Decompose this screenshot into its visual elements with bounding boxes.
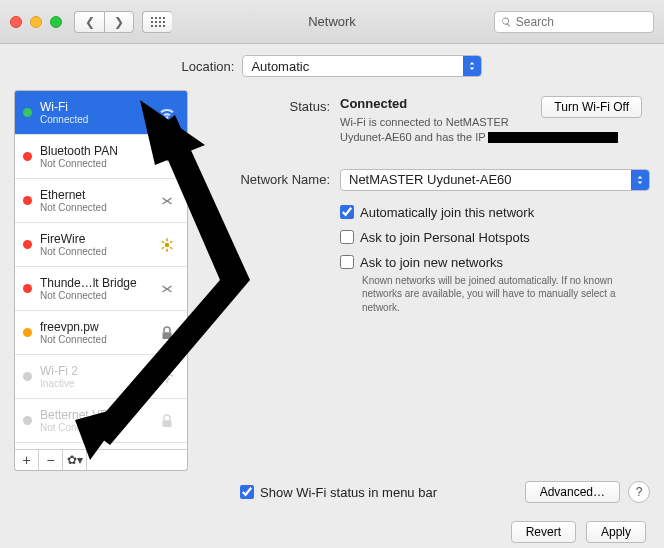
help-button[interactable]: ? [628, 481, 650, 503]
sidebar-item-status: Not Connected [40, 422, 147, 433]
status-description: Wi-Fi is connected to NetMASTER Uydunet-… [340, 115, 620, 145]
sidebar-item-label: Thunde…lt Bridge [40, 276, 147, 290]
titlebar: ❮ ❯ Network [0, 0, 664, 44]
location-row: Location: Automatic [0, 44, 664, 88]
sidebar-item-label: Bluetooth PAN [40, 144, 147, 158]
ethernet-icon [155, 192, 179, 210]
vpn-lock-icon [155, 324, 179, 342]
sidebar-item-label: Betternet VPN [40, 408, 147, 422]
status-dot-icon [23, 108, 32, 117]
sidebar-item-firewire[interactable]: FireWire Not Connected [15, 223, 187, 267]
remove-interface-button[interactable]: − [39, 450, 63, 470]
interface-list: Wi-Fi Connected Bluetooth PAN Not Connec… [14, 90, 188, 450]
network-name-popup[interactable]: NetMASTER Uydunet-AE60 [340, 169, 650, 191]
status-dot-icon [23, 196, 32, 205]
checkbox-label: Ask to join new networks [360, 255, 503, 270]
vpn-lock-icon [155, 412, 179, 430]
wifi-icon [155, 368, 179, 386]
sidebar-item-status: Not Connected [40, 202, 147, 213]
firewire-icon [155, 236, 179, 254]
redacted-block [488, 132, 618, 143]
sidebar-item-status: Inactive [40, 378, 147, 389]
sidebar-wrap: Wi-Fi Connected Bluetooth PAN Not Connec… [14, 88, 188, 471]
svg-rect-2 [163, 420, 172, 427]
wifi-icon [155, 104, 179, 122]
status-value: Connected [340, 96, 407, 111]
sidebar-item-label: FireWire [40, 232, 147, 246]
status-dot-icon [23, 152, 32, 161]
status-dot-icon [23, 328, 32, 337]
sidebar-item-wifi2[interactable]: Wi-Fi 2 Inactive [15, 355, 187, 399]
sidebar-item-wifi[interactable]: Wi-Fi Connected [15, 91, 187, 135]
grid-icon [151, 17, 165, 27]
bottom-row: Show Wi-Fi status in menu bar Advanced… … [0, 481, 664, 503]
sidebar-item-label: Ethernet [40, 188, 147, 202]
close-window-button[interactable] [10, 16, 22, 28]
checkbox-input[interactable] [240, 485, 254, 499]
sidebar-item-thunderbolt[interactable]: Thunde…lt Bridge Not Connected [15, 267, 187, 311]
auto-join-checkbox[interactable]: Automatically join this network [340, 205, 650, 220]
minimize-window-button[interactable] [30, 16, 42, 28]
search-input[interactable] [516, 15, 647, 29]
zoom-window-button[interactable] [50, 16, 62, 28]
checkbox-label: Automatically join this network [360, 205, 534, 220]
thunderbolt-icon [155, 280, 179, 298]
status-label: Status: [200, 96, 340, 114]
ask-new-checkbox[interactable]: Ask to join new networks [340, 255, 650, 270]
svg-rect-1 [163, 332, 172, 339]
content: Wi-Fi Connected Bluetooth PAN Not Connec… [0, 88, 664, 479]
show-menu-checkbox[interactable]: Show Wi-Fi status in menu bar [240, 485, 437, 500]
status-dot-icon [23, 240, 32, 249]
network-name-value: NetMASTER Uydunet-AE60 [349, 172, 512, 187]
checkbox-label: Ask to join Personal Hotspots [360, 230, 530, 245]
detail-panel: Status: Connected Turn Wi-Fi Off Wi-Fi i… [200, 88, 650, 471]
sidebar-item-status: Not Connected [40, 158, 147, 169]
add-interface-button[interactable]: + [15, 450, 39, 470]
sidebar-item-freevpn[interactable]: freevpn.pw Not Connected [15, 311, 187, 355]
checkbox-input[interactable] [340, 230, 354, 244]
checkbox-label: Show Wi-Fi status in menu bar [260, 485, 437, 500]
location-label: Location: [182, 59, 235, 74]
popup-caret-icon [463, 56, 481, 76]
checkbox-input[interactable] [340, 255, 354, 269]
location-popup[interactable]: Automatic [242, 55, 482, 77]
back-button[interactable]: ❮ [74, 11, 104, 33]
search-icon [501, 16, 512, 28]
window-controls [10, 16, 62, 28]
sidebar-item-status: Connected [40, 114, 147, 125]
sidebar-item-status: Not Connected [40, 334, 147, 345]
status-dot-icon [23, 372, 32, 381]
status-dot-icon [23, 416, 32, 425]
sidebar-item-ethernet[interactable]: Ethernet Not Connected [15, 179, 187, 223]
action-row: Revert Apply [0, 503, 664, 543]
checkbox-input[interactable] [340, 205, 354, 219]
sidebar-item-label: Wi-Fi 2 [40, 364, 147, 378]
sidebar-item-status: Not Connected [40, 290, 147, 301]
interface-actions-button[interactable]: ✿▾ [63, 450, 87, 470]
ask-hotspot-checkbox[interactable]: Ask to join Personal Hotspots [340, 230, 650, 245]
popup-caret-icon [631, 170, 649, 190]
sidebar-item-label: Wi-Fi [40, 100, 147, 114]
sidebar-item-status: Not Connected [40, 246, 147, 257]
network-name-label: Network Name: [200, 169, 340, 187]
show-all-button[interactable] [142, 11, 172, 33]
svg-point-0 [165, 242, 170, 247]
sidebar-item-label: freevpn.pw [40, 320, 147, 334]
advanced-button[interactable]: Advanced… [525, 481, 620, 503]
apply-button[interactable]: Apply [586, 521, 646, 543]
ask-new-description: Known networks will be joined automatica… [362, 274, 622, 315]
search-field[interactable] [494, 11, 654, 33]
forward-button[interactable]: ❯ [104, 11, 134, 33]
status-dot-icon [23, 284, 32, 293]
sidebar-item-bluetooth[interactable]: Bluetooth PAN Not Connected [15, 135, 187, 179]
sidebar-item-betternet[interactable]: Betternet VPN Not Connected [15, 399, 187, 443]
sidebar-footer: + − ✿▾ [14, 449, 188, 471]
turn-wifi-off-button[interactable]: Turn Wi-Fi Off [541, 96, 642, 118]
window-title: Network [308, 14, 356, 29]
location-value: Automatic [251, 59, 309, 74]
revert-button[interactable]: Revert [511, 521, 576, 543]
bluetooth-icon [155, 148, 179, 166]
nav-buttons: ❮ ❯ [74, 11, 134, 33]
